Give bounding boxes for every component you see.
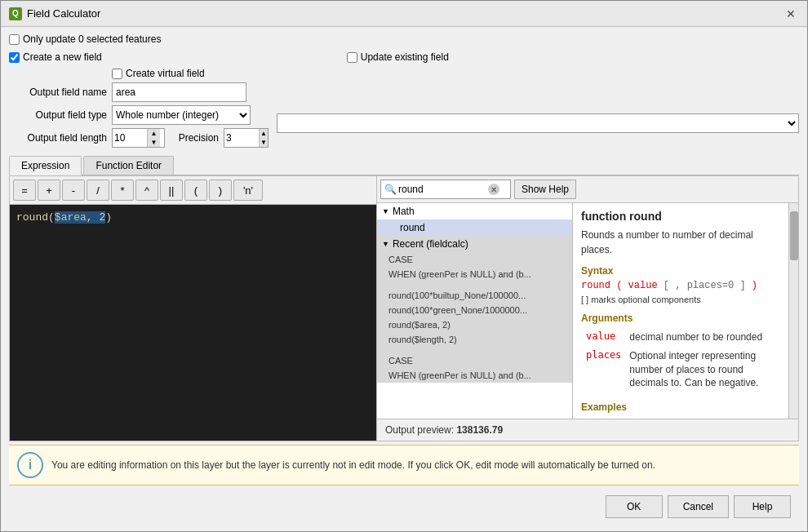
search-input-wrapper: 🔍 ✕ [380, 180, 511, 199]
output-length-arrows: ▲ ▼ [147, 129, 160, 147]
search-icon: 🔍 [384, 184, 397, 195]
recent-item-1[interactable]: CASE [377, 252, 572, 267]
ok-button[interactable]: OK [606, 495, 663, 518]
recent-group: ▼ Recent (fieldcalc) CASE WHEN (greenPer… [377, 236, 572, 383]
output-value: 138136.79 [456, 424, 503, 436]
only-update-row[interactable]: Only update 0 selected features [9, 33, 161, 45]
scrollbar-thumb[interactable] [790, 211, 798, 260]
table-row: value decimal number to be rounded [583, 329, 779, 346]
info-message: You are editing information on this laye… [51, 459, 655, 471]
close-button[interactable]: ✕ [783, 6, 799, 22]
recent-group-label: Recent (fieldcalc) [393, 238, 468, 250]
update-existing-checkbox[interactable] [347, 52, 357, 63]
only-update-label: Only update 0 selected features [23, 33, 161, 45]
recent-item-6b[interactable]: WHEN (greenPer is NULL) and (b... [377, 368, 572, 383]
table-row: places Optional integer representing num… [583, 348, 779, 392]
create-virtual-row[interactable]: Create virtual field [112, 68, 205, 79]
help-syntax: round ( value [ , places=0 ] ) [581, 280, 780, 291]
search-clear-button[interactable]: ✕ [488, 184, 499, 195]
info-bar: i You are editing information on this la… [9, 445, 799, 485]
main-area: = + - / * ^ || ( ) 'n' round($area, 2) [9, 175, 799, 441]
output-length-input[interactable] [113, 129, 147, 147]
output-label: Output preview: [385, 424, 454, 436]
multiply-button[interactable]: * [111, 180, 134, 201]
update-existing-row[interactable]: Update existing field [347, 51, 449, 63]
recent-spacer-1 [377, 282, 572, 288]
output-type-row: Output field type Whole number (integer) [9, 105, 269, 125]
recent-item-2[interactable]: round(100*builtup_None/100000... [377, 288, 572, 303]
help-panel: function round Rounds a number to number… [573, 203, 788, 419]
pipe-button[interactable]: || [160, 180, 183, 201]
recent-item-1b[interactable]: WHEN (greenPer is NULL) and (b... [377, 267, 572, 282]
create-new-field-checkbox[interactable] [9, 52, 20, 63]
output-length-down[interactable]: ▼ [148, 138, 160, 147]
top-row: Only update 0 selected features [9, 33, 799, 45]
search-input[interactable] [398, 184, 488, 195]
show-help-button[interactable]: Show Help [514, 180, 576, 199]
recent-item-3[interactable]: round(100*green_None/1000000... [377, 303, 572, 317]
arg-value-name: value [583, 329, 624, 346]
output-length-up[interactable]: ▲ [148, 129, 160, 138]
fn-item-round[interactable]: round [377, 219, 572, 236]
field-calculator-dialog: Q Field Calculator ✕ Only update 0 selec… [0, 0, 808, 532]
tab-expression[interactable]: Expression [9, 156, 82, 175]
arg-places-desc: Optional integer representing number of … [626, 348, 779, 392]
divide-button[interactable]: / [87, 180, 109, 201]
recent-item-4[interactable]: round($area, 2) [377, 317, 572, 332]
tab-function-editor[interactable]: Function Editor [83, 156, 174, 175]
function-list: ▼ Math round ▼ Recent (fieldcalc) CASE [377, 203, 573, 419]
precision-spinner[interactable]: ▲ ▼ [224, 128, 269, 148]
recent-item-6[interactable]: CASE [377, 353, 572, 368]
tabs-bar: Expression Function Editor [9, 156, 799, 175]
help-syntax-text: round ( value [ , places=0 ] ) [581, 280, 757, 291]
right-panel: 🔍 ✕ Show Help ▼ Math [377, 176, 798, 441]
create-new-field-label: Create a new field [23, 51, 102, 63]
title-bar: Q Field Calculator ✕ [1, 1, 807, 27]
open-paren-button[interactable]: ( [184, 180, 207, 201]
quote-button[interactable]: 'n' [233, 180, 263, 201]
math-group-label: Math [393, 206, 415, 217]
recent-chevron: ▼ [382, 240, 389, 248]
update-dropdown-area [277, 68, 799, 133]
precision-input[interactable] [224, 129, 259, 147]
only-update-checkbox[interactable] [9, 34, 20, 45]
power-button[interactable]: ^ [135, 180, 158, 201]
create-virtual-checkbox[interactable] [112, 69, 122, 79]
minus-button[interactable]: - [62, 180, 85, 201]
close-paren-button[interactable]: ) [209, 180, 232, 201]
recent-item-5[interactable]: round($length, 2) [377, 332, 572, 347]
code-editor[interactable]: round($area, 2) [10, 205, 376, 441]
output-type-label: Output field type [9, 109, 107, 121]
create-update-row: Create a new field Update existing field [9, 51, 799, 63]
math-group-header[interactable]: ▼ Math [377, 203, 572, 219]
output-name-input[interactable] [112, 82, 246, 102]
equals-button[interactable]: = [13, 180, 36, 201]
help-button[interactable]: Help [734, 495, 791, 518]
expression-toolbar: = + - / * ^ || ( ) 'n' [10, 176, 376, 205]
recent-spacer-2 [377, 347, 572, 353]
update-existing-select[interactable] [277, 113, 799, 133]
plus-button[interactable]: + [38, 180, 60, 201]
help-args-table: value decimal number to be rounded place… [581, 327, 780, 393]
title-bar-left: Q Field Calculator [9, 7, 100, 20]
output-length-spinner[interactable]: ▲ ▼ [112, 128, 165, 148]
button-row: OK Cancel Help [9, 489, 799, 525]
recent-group-header[interactable]: ▼ Recent (fieldcalc) [377, 236, 572, 252]
left-fields: Create virtual field Output field name O… [9, 68, 269, 151]
help-examples-label: Examples [581, 401, 780, 413]
help-scrollbar[interactable] [788, 203, 798, 419]
cancel-button[interactable]: Cancel [668, 495, 729, 518]
output-type-select[interactable]: Whole number (integer) [112, 105, 251, 125]
help-arguments-label: Arguments [581, 313, 780, 324]
virtual-field-row: Create virtual field [9, 68, 269, 79]
right-fields [277, 68, 799, 151]
dialog-title: Field Calculator [27, 7, 100, 20]
info-icon: i [17, 452, 43, 478]
create-new-field-row[interactable]: Create a new field [9, 51, 102, 63]
precision-up[interactable]: ▲ [260, 129, 268, 138]
help-description: Rounds a number to number of decimal pla… [581, 228, 780, 257]
math-group: ▼ Math round [377, 203, 572, 236]
middle-panel: ▼ Math round ▼ Recent (fieldcalc) CASE [377, 203, 798, 419]
precision-down[interactable]: ▼ [260, 138, 268, 147]
create-virtual-label: Create virtual field [126, 68, 205, 79]
